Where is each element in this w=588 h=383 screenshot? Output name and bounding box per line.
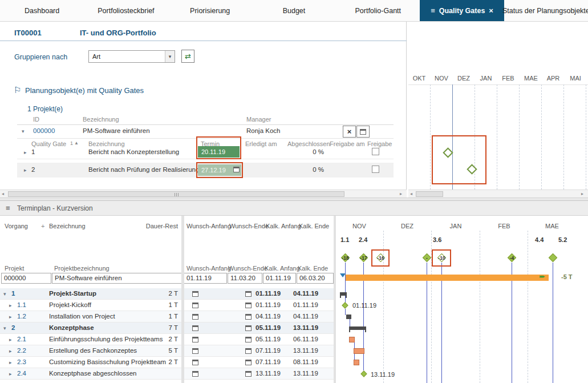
collapse-icon[interactable]: ▾: [3, 325, 6, 331]
col-header-kalk-ende[interactable]: Kalk. Ende: [299, 223, 329, 229]
milestone-diamond[interactable]: -4: [508, 253, 516, 262]
refresh-button[interactable]: ⇄: [181, 50, 194, 63]
calendar-icon[interactable]: [245, 303, 252, 308]
wunsch-anfang-cell[interactable]: 01.11.19: [184, 273, 227, 284]
task-number[interactable]: 2: [11, 324, 15, 331]
project-summary-bar[interactable]: [346, 275, 549, 281]
menu-icon[interactable]: ≡: [431, 6, 435, 15]
horizontal-scrollbar[interactable]: ◂ ▸: [0, 190, 407, 197]
expand-icon[interactable]: ▸: [9, 371, 12, 377]
wunsch-ende-cell[interactable]: 11.03.20: [228, 273, 262, 284]
task-number[interactable]: 2.1: [17, 336, 26, 342]
milestone-diamond[interactable]: [549, 253, 557, 262]
expand-icon[interactable]: ▸: [9, 303, 12, 308]
col-header-abgeschlossen[interactable]: Abgeschlossen: [287, 140, 330, 147]
tab-portfolio-gantt[interactable]: Portfolio-Gantt: [336, 0, 420, 21]
project-id-link[interactable]: 000000: [33, 127, 55, 134]
table-row[interactable]: ▸ 1.2 Installation von Project 1 T 04.11…: [0, 311, 334, 322]
task-number[interactable]: 2.4: [17, 370, 26, 377]
phase-bar-projekt-startup[interactable]: [340, 292, 347, 296]
calendar-icon[interactable]: [245, 371, 252, 377]
task-bar-einfuehrungsschulung[interactable]: [349, 337, 355, 342]
scroll-right-icon[interactable]: ▸: [400, 191, 402, 196]
scrollbar-thumb[interactable]: [8, 191, 344, 197]
task-number[interactable]: 1.2: [17, 313, 26, 320]
table-row[interactable]: ▸ 2.1 Einführungsschulung des Projekttea…: [0, 334, 334, 345]
expand-icon[interactable]: ▸: [9, 337, 12, 342]
milestone-kickoff[interactable]: [342, 302, 348, 309]
calendar-icon[interactable]: [192, 371, 198, 377]
table-row[interactable]: ▸ 1.1 Projekt-Kickoff 1 T 01.11.19 01.11…: [0, 300, 334, 311]
sort-asc-icon[interactable]: ▲: [74, 140, 79, 146]
table-row[interactable]: ▾ 1 Projekt-Startup 2 T 01.11.19 04.11.1…: [0, 288, 334, 300]
scrollbar-thumb[interactable]: [416, 191, 443, 197]
col-header-bezeichnung[interactable]: Bezeichnung: [49, 223, 86, 229]
calendar-icon[interactable]: [192, 303, 198, 308]
tab-budget[interactable]: Budget: [252, 0, 336, 21]
calendar-icon[interactable]: [192, 291, 198, 297]
calendar-icon[interactable]: [245, 325, 252, 331]
tab-portfoliosteckbrief[interactable]: Portfoliosteckbrief: [84, 0, 168, 21]
gate-termin-cell[interactable]: 27.12.19: [198, 164, 241, 176]
collapse-icon[interactable]: ▾: [22, 128, 25, 134]
group-by-select[interactable]: Art ▾: [88, 50, 175, 63]
chevron-down-icon[interactable]: ▾: [165, 51, 175, 62]
tab-dashboard[interactable]: Dashboard: [0, 0, 84, 21]
milestone-diamond[interactable]: -17: [359, 253, 368, 262]
project-id-cell[interactable]: 000000: [1, 273, 51, 284]
task-number[interactable]: 1: [11, 290, 15, 297]
scroll-left-icon[interactable]: ◂: [2, 191, 4, 196]
calendar-icon[interactable]: [192, 325, 198, 331]
col-header-wunsch-anfang[interactable]: Wunsch-Anfang: [186, 223, 231, 229]
col-header-quality-gate[interactable]: Quality Gate: [31, 140, 66, 147]
calendar-button[interactable]: [356, 126, 370, 138]
phase-bar-konzeptphase[interactable]: [349, 326, 366, 330]
calendar-icon[interactable]: [245, 348, 252, 354]
hamburger-icon[interactable]: ≡: [6, 204, 10, 212]
quality-gate-diamond[interactable]: [443, 147, 454, 159]
table-row[interactable]: ▾ 2 Konzeptphase 7 T 05.11.19 13.11.19: [0, 322, 334, 334]
milestone-diamond[interactable]: -18: [341, 253, 350, 262]
calendar-icon[interactable]: [245, 314, 252, 320]
freigabe-checkbox[interactable]: [372, 166, 379, 173]
calendar-icon[interactable]: [245, 291, 252, 297]
horizontal-scrollbar[interactable]: ◂ ▸: [408, 190, 588, 197]
close-tab-icon[interactable]: ×: [489, 6, 493, 15]
task-bar-installation[interactable]: [346, 315, 351, 319]
task-number[interactable]: 2.3: [17, 358, 26, 365]
col-header-dauer-rest[interactable]: Dauer-Rest: [143, 223, 178, 229]
project-name-cell[interactable]: PM-Software einführen: [52, 273, 182, 284]
quality-gate-diamond[interactable]: [467, 164, 478, 175]
col-header-wunsch-ende[interactable]: Wunsch-Ende: [229, 223, 269, 229]
tab-quality-gates[interactable]: ≡ Quality Gates ×: [420, 0, 504, 21]
task-bar-fachkonzept[interactable]: [354, 348, 364, 354]
task-number[interactable]: 2.2: [17, 347, 26, 354]
calendar-icon[interactable]: [192, 337, 198, 342]
col-header-vorgang[interactable]: Vorgang: [5, 223, 28, 229]
expand-icon[interactable]: ▸: [9, 314, 12, 320]
expand-icon[interactable]: ▸: [24, 150, 27, 155]
add-task-button[interactable]: +: [41, 223, 44, 229]
table-row[interactable]: ▸ 2.3 Customizing Basisschulung Projektt…: [0, 357, 334, 368]
expand-icon[interactable]: ▸: [9, 348, 12, 354]
milestone-diamond-gate[interactable]: -10: [437, 253, 446, 262]
calendar-icon[interactable]: [245, 337, 252, 342]
table-row[interactable]: ▸ 2.2 Erstellung des Fachkonzeptes 5 T 0…: [0, 345, 334, 357]
scroll-left-icon[interactable]: ◂: [410, 191, 412, 196]
col-header-freigabe[interactable]: Freigabe: [367, 140, 392, 147]
expand-icon[interactable]: ▸: [24, 167, 27, 173]
calendar-icon[interactable]: [245, 360, 252, 365]
tab-priorisierung[interactable]: Priorisierung: [168, 0, 252, 21]
col-header-manager[interactable]: Manager: [246, 116, 271, 123]
freigabe-checkbox[interactable]: [372, 148, 379, 155]
col-header-freigabe-am[interactable]: Freigabe am: [330, 140, 365, 147]
expand-icon[interactable]: ▸: [9, 360, 12, 365]
remove-button[interactable]: ×: [343, 126, 356, 138]
milestone-diamond-gate[interactable]: -16: [376, 253, 385, 262]
tab-status-der-planungsobjekte[interactable]: Status der Planungsobjekte: [504, 0, 588, 21]
task-number[interactable]: 1.1: [17, 301, 26, 308]
milestone-konzeptphase-abgeschlossen[interactable]: [360, 370, 367, 377]
calendar-icon[interactable]: [192, 348, 198, 354]
col-header-kalk-anfang[interactable]: Kalk. Anfang: [266, 223, 301, 229]
gate-termin-cell[interactable]: 20.11.19: [198, 146, 240, 158]
